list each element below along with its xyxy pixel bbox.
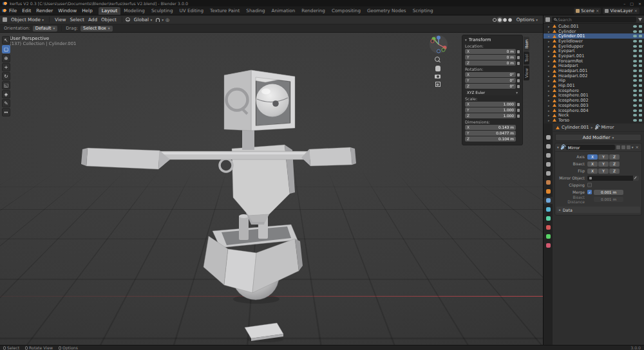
mirror-object-field[interactable]: [587, 176, 633, 181]
expand-icon[interactable]: ▸: [548, 69, 551, 73]
realtime-toggle-icon[interactable]: [621, 145, 625, 149]
hide-viewport-icon[interactable]: [633, 25, 637, 28]
viewport-menu-object[interactable]: Object: [99, 17, 118, 23]
close-icon[interactable]: ×: [635, 145, 639, 150]
minimize-button[interactable]: –: [623, 1, 625, 6]
lock-icon[interactable]: [517, 56, 520, 59]
hide-viewport-icon[interactable]: [633, 45, 637, 48]
disable-render-icon[interactable]: [639, 84, 642, 87]
hide-viewport-icon[interactable]: [633, 119, 637, 122]
location-z-field[interactable]: Z0 m: [465, 60, 516, 66]
hide-viewport-icon[interactable]: [633, 69, 637, 72]
disable-render-icon[interactable]: [639, 75, 642, 77]
expand-icon[interactable]: ▸: [548, 93, 551, 97]
expand-icon[interactable]: ▸: [548, 44, 551, 48]
outliner-item[interactable]: ▸Eyelidlower: [544, 39, 644, 44]
properties-tab-physics[interactable]: [544, 215, 553, 222]
properties-tab-object-constraints[interactable]: [544, 224, 553, 231]
menu-help[interactable]: Help: [79, 8, 95, 14]
camera-view-icon[interactable]: [435, 75, 440, 78]
scene-unlink-icon[interactable]: ×: [596, 8, 599, 14]
flip-x-button[interactable]: X: [587, 169, 598, 174]
tool-scale[interactable]: ◱: [2, 81, 10, 89]
breadcrumb-modifier[interactable]: Mirror: [601, 125, 614, 130]
snap-magnet-icon[interactable]: [156, 18, 160, 22]
properties-tab-modifiers[interactable]: [544, 197, 553, 204]
properties-tab-view-layer[interactable]: [544, 161, 553, 168]
workspace-tab-animation[interactable]: Animation: [269, 7, 299, 15]
workspace-tab-texture-paint[interactable]: Texture Paint: [207, 7, 243, 15]
modifier-name-field[interactable]: Mirror: [566, 145, 615, 150]
filter-icon[interactable]: [638, 18, 642, 21]
workspace-tab-geometry-nodes[interactable]: Geometry Nodes: [364, 7, 410, 15]
outliner-editor-type-icon[interactable]: [545, 17, 550, 22]
properties-tab-particles[interactable]: [544, 206, 553, 213]
hide-viewport-icon[interactable]: [633, 99, 637, 102]
toggle-perspective-icon[interactable]: [435, 82, 440, 87]
sidebar-tab-view[interactable]: View: [524, 66, 529, 80]
lock-icon[interactable]: [517, 115, 520, 118]
rendered-shading-icon[interactable]: [508, 18, 512, 22]
material-shading-icon[interactable]: [503, 18, 507, 22]
edit-mode-toggle-icon[interactable]: [616, 145, 620, 149]
tool-measure[interactable]: ↔: [2, 108, 10, 116]
expand-icon[interactable]: ▸: [548, 39, 551, 43]
properties-tab-material[interactable]: [544, 242, 553, 249]
view-layer-selector[interactable]: ViewLayer ×: [603, 8, 639, 14]
outliner-item[interactable]: ▸Eyepart: [544, 48, 644, 53]
expand-icon[interactable]: ▸: [548, 54, 551, 58]
hide-viewport-icon[interactable]: [633, 40, 637, 42]
bisect-x-button[interactable]: X: [587, 161, 598, 167]
hide-viewport-icon[interactable]: [633, 89, 637, 92]
flip-y-button[interactable]: Y: [598, 169, 609, 174]
rotation-mode-dropdown[interactable]: XYZ Euler▾: [465, 89, 520, 95]
scale-z-field[interactable]: Z1.000: [465, 113, 516, 118]
viewport-canvas[interactable]: ↖▢⊕+↻◱◈✎↔ User Perspective (137) Collect…: [0, 33, 543, 345]
hide-viewport-icon[interactable]: [633, 114, 637, 116]
disable-render-icon[interactable]: [639, 25, 642, 28]
disable-render-icon[interactable]: [639, 64, 642, 67]
disable-render-icon[interactable]: [639, 89, 642, 92]
expand-icon[interactable]: ▸: [548, 109, 551, 113]
expand-icon[interactable]: ▸: [548, 34, 551, 38]
tool-tweak-select[interactable]: ↖: [2, 36, 10, 44]
location-y-field[interactable]: Y0 m: [465, 55, 516, 60]
data-subpanel-header[interactable]: ▸ Data: [556, 207, 640, 213]
hide-viewport-icon[interactable]: [633, 50, 637, 52]
outliner-search-box[interactable]: [552, 17, 636, 23]
outliner-item[interactable]: ▸Eyepart.001: [544, 53, 644, 59]
menu-edit[interactable]: Edit: [19, 8, 33, 14]
hide-viewport-icon[interactable]: [633, 30, 637, 33]
outliner-item[interactable]: ▸Headpart: [544, 64, 644, 69]
extras-dropdown-icon[interactable]: ▾: [632, 145, 634, 149]
workspace-tab-layout[interactable]: Layout: [99, 7, 120, 15]
workspace-tab-scripting[interactable]: Scripting: [410, 7, 437, 15]
snap-dropdown-icon[interactable]: ▾: [162, 18, 164, 22]
hide-viewport-icon[interactable]: [633, 84, 637, 87]
tool-transform[interactable]: ◈: [2, 90, 10, 98]
location-x-field[interactable]: X0 m: [465, 49, 516, 54]
outliner-item[interactable]: ▸Neck: [544, 113, 644, 118]
outliner-item[interactable]: ▸Icosphere: [544, 88, 644, 93]
expand-icon[interactable]: ▸: [548, 113, 551, 117]
expand-icon[interactable]: ▸: [548, 118, 551, 122]
tool-select-box[interactable]: ▢: [2, 45, 10, 53]
disable-render-icon[interactable]: [639, 94, 642, 97]
properties-tab-object-data[interactable]: [544, 233, 553, 240]
options-dropdown[interactable]: Options ▾: [514, 17, 540, 23]
properties-tab-render[interactable]: [544, 143, 553, 150]
tool-cursor[interactable]: ⊕: [2, 54, 10, 62]
workspace-tab-rendering[interactable]: Rendering: [298, 7, 328, 15]
outliner-item[interactable]: ▸ForearmRot: [544, 59, 644, 64]
pan-hand-icon[interactable]: [435, 66, 440, 71]
outliner-item[interactable]: ▸Eyelidupper: [544, 44, 644, 49]
view-layer-unlink-icon[interactable]: ×: [634, 8, 638, 14]
outliner-item[interactable]: ▸Icosphere.001: [544, 93, 644, 98]
expand-icon[interactable]: ▸: [548, 24, 551, 28]
mode-dropdown[interactable]: Object Mode ▾: [9, 17, 46, 23]
hide-viewport-icon[interactable]: [633, 109, 637, 112]
tool-move[interactable]: +: [2, 63, 10, 71]
workspace-tab-uv-editing[interactable]: UV Editing: [176, 7, 207, 15]
lock-icon[interactable]: [517, 62, 520, 65]
proportional-editing-icon[interactable]: ◎: [166, 17, 169, 23]
